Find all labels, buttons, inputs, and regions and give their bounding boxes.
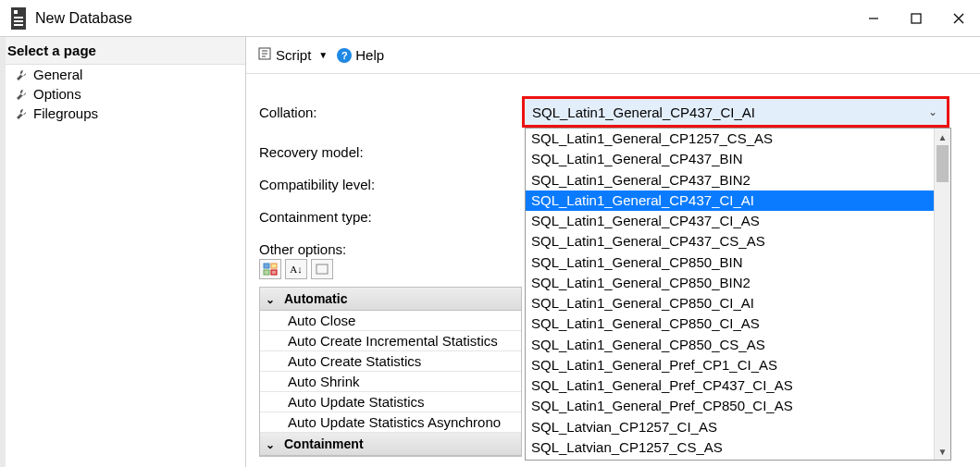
- propgrid-row[interactable]: Auto Update Statistics: [260, 392, 521, 412]
- help-label: Help: [355, 47, 384, 63]
- script-button[interactable]: Script ▼: [257, 46, 328, 64]
- sidebar-item-label: General: [33, 67, 82, 82]
- other-label: Other options:: [259, 241, 522, 257]
- collation-label: Collation:: [259, 104, 522, 120]
- alphabetical-view-button[interactable]: A↓: [285, 259, 307, 279]
- propgrid-row[interactable]: Auto Create Statistics: [260, 351, 521, 372]
- page-sidebar: Select a page General Options Filegroups: [0, 37, 246, 467]
- dropdown-scrollbar[interactable]: ▲ ▼: [934, 129, 950, 460]
- chevron-down-icon: ⌄: [928, 105, 937, 118]
- main-panel: Script ▼ ? Help Collation: SQL_Latin1_Ge…: [246, 37, 980, 467]
- collation-option[interactable]: SQL_Latin1_General_CP850_CI_AS: [526, 313, 950, 334]
- wrench-icon: [15, 107, 28, 120]
- main-toolbar: Script ▼ ? Help: [246, 37, 980, 74]
- collation-option[interactable]: SQL_Latin1_General_CP850_BIN2: [526, 273, 950, 293]
- collation-option[interactable]: SQL_Latin1_General_CP850_CS_AS: [526, 335, 950, 355]
- wrench-icon: [15, 68, 28, 81]
- collation-selected-value: SQL_Latin1_General_CP437_CI_AI: [532, 104, 755, 120]
- collation-option[interactable]: SQL_Latin1_General_Pref_CP437_CI_AS: [526, 375, 950, 396]
- wrench-icon: [15, 88, 28, 101]
- compat-label: Compatibility level:: [259, 177, 522, 192]
- sidebar-item-filegroups[interactable]: Filegroups: [0, 104, 245, 123]
- scroll-up-arrow-icon[interactable]: ▲: [935, 129, 950, 145]
- svg-rect-5: [264, 264, 269, 268]
- collation-option[interactable]: SQL_Latin1_General_CP437_CI_AS: [526, 211, 950, 231]
- left-edge-strip: [0, 37, 6, 467]
- sidebar-item-label: Options: [33, 86, 81, 102]
- title-bar: New Database: [0, 0, 980, 37]
- recovery-label: Recovery model:: [259, 144, 522, 160]
- collation-row: Collation: SQL_Latin1_General_CP437_CI_A…: [259, 96, 958, 128]
- help-icon: ?: [337, 48, 352, 63]
- property-pages-button[interactable]: [311, 259, 333, 279]
- propgrid-row[interactable]: Auto Update Statistics Asynchrono: [260, 412, 521, 433]
- propgrid-section-automatic[interactable]: ⌄ Automatic: [260, 288, 521, 311]
- property-grid: ⌄ Automatic Auto Close Auto Create Incre…: [259, 287, 522, 457]
- svg-rect-7: [264, 270, 269, 275]
- chevron-down-icon: ▼: [318, 50, 328, 60]
- collation-combo[interactable]: SQL_Latin1_General_CP437_CI_AI ⌄ SQL_Lat…: [522, 96, 949, 128]
- collation-option[interactable]: SQL_Latin1_General_Pref_CP850_CI_AS: [526, 396, 950, 416]
- sidebar-item-general[interactable]: General: [0, 65, 245, 84]
- collapse-icon: ⌄: [266, 438, 275, 451]
- collation-option[interactable]: SQL_Latin1_General_CP850_BIN: [526, 252, 950, 273]
- collation-option[interactable]: SQL_Latvian_CP1257_CI_AS: [526, 417, 950, 437]
- close-button[interactable]: [937, 0, 980, 37]
- propgrid-row[interactable]: Auto Create Incremental Statistics: [260, 331, 521, 351]
- collation-option[interactable]: SQL_Latin1_General_CP1257_CS_AS: [526, 129, 950, 149]
- section-header-label: Containment: [284, 436, 364, 451]
- propgrid-section-containment[interactable]: ⌄ Containment: [260, 433, 521, 456]
- scroll-thumb[interactable]: [937, 145, 949, 182]
- sidebar-header: Select a page: [0, 37, 245, 65]
- script-icon: [257, 46, 272, 64]
- maximize-button[interactable]: [895, 0, 937, 37]
- collation-option[interactable]: SQL_Latin1_General_CP437_CS_AS: [526, 231, 950, 252]
- propgrid-row[interactable]: Auto Close: [260, 311, 521, 331]
- svg-rect-6: [271, 264, 277, 268]
- script-label: Script: [276, 47, 311, 63]
- svg-rect-9: [316, 264, 328, 274]
- categorized-view-button[interactable]: [259, 259, 281, 279]
- sidebar-item-label: Filegroups: [33, 105, 98, 121]
- collation-dropdown-list[interactable]: SQL_Latin1_General_CP1257_CS_AS SQL_Lati…: [525, 128, 951, 461]
- propgrid-row[interactable]: Auto Shrink: [260, 372, 521, 392]
- section-header-label: Automatic: [284, 291, 347, 306]
- collation-option[interactable]: SQL_Latin1_General_CP850_CI_AI: [526, 293, 950, 313]
- scroll-down-arrow-icon[interactable]: ▼: [935, 443, 950, 460]
- svg-rect-8: [271, 270, 277, 275]
- collation-option[interactable]: SQL_Lithuanian_CP1257_CI_AS: [526, 458, 950, 461]
- collation-selected-box[interactable]: SQL_Latin1_General_CP437_CI_AI ⌄: [522, 96, 949, 128]
- window-title: New Database: [35, 10, 852, 27]
- collation-option[interactable]: SQL_Latvian_CP1257_CS_AS: [526, 437, 950, 458]
- minimize-button[interactable]: [852, 0, 895, 37]
- server-icon: [11, 7, 26, 30]
- help-button[interactable]: ? Help: [337, 47, 384, 63]
- collapse-icon: ⌄: [266, 293, 275, 306]
- sidebar-item-options[interactable]: Options: [0, 84, 245, 104]
- collation-option[interactable]: SQL_Latin1_General_Pref_CP1_CI_AS: [526, 355, 950, 375]
- collation-option[interactable]: SQL_Latin1_General_CP437_BIN2: [526, 170, 950, 190]
- containment-label: Containment type:: [259, 209, 522, 225]
- svg-rect-1: [912, 14, 921, 23]
- collation-option[interactable]: SQL_Latin1_General_CP437_CI_AI: [526, 190, 950, 211]
- collation-option[interactable]: SQL_Latin1_General_CP437_BIN: [526, 149, 950, 169]
